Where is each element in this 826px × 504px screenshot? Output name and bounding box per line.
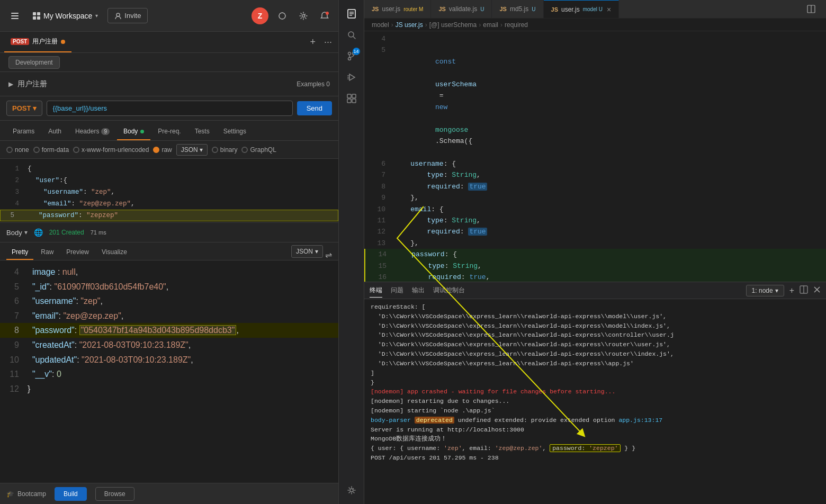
svg-point-14 [348,58,351,60]
terminal-tab-output[interactable]: 输出 [412,284,425,298]
tab-router-badge: router M [403,6,423,12]
terminal-add-button[interactable]: + [789,286,794,295]
activity-explorer-icon[interactable] [342,4,361,23]
browse-button[interactable]: Browse [95,487,134,501]
resp-line-12: 12 } [0,382,338,397]
terminal-split-button[interactable] [800,285,808,296]
sidebar-toggle-icon[interactable] [6,7,23,24]
wrap-icon[interactable]: ⇌ [325,250,332,260]
sync-icon[interactable] [275,8,290,23]
collapse-arrow-icon[interactable]: ▶ [8,80,13,88]
build-button[interactable]: Build [55,487,87,501]
workspace-switcher[interactable]: My Workspace ▾ [28,8,103,23]
tab-params[interactable]: Params [6,123,41,140]
activity-settings-icon[interactable] [342,481,361,500]
response-section: Body ▾ 🌐 201 Created 71 ms Pretty Raw Pr… [0,222,338,483]
response-body-editor: 4 image : null, 5 "_id": "610907ff03db61… [0,260,338,483]
response-format-label: JSON [296,248,313,255]
tab-body[interactable]: Body [117,123,150,140]
resp-tab-visualize[interactable]: Visualize [96,245,132,260]
activity-git-icon[interactable]: 14 [342,47,361,66]
tab-user-model-js-icon: JS [551,6,558,13]
tab-validate[interactable]: JS validate.js U [431,0,492,18]
activity-search-icon[interactable] [342,25,361,44]
tab-md5[interactable]: JS md5.js U [492,0,543,18]
tab-settings[interactable]: Settings [217,123,253,140]
t-line-3: 'D:\\CWork\\VSCodeSpace\\express_learn\\… [371,321,820,331]
radio-none[interactable]: none [6,146,29,154]
code-editor: 4 5 const userSchema = new mongoose .Sch… [364,31,826,282]
method-select-dropdown[interactable]: POST ▾ [6,101,42,116]
svg-rect-19 [347,94,351,98]
activity-extensions-icon[interactable] [342,89,361,108]
unsaved-dot [61,40,65,44]
resp-line-11: 11 "__v": 0 [0,367,338,382]
bc-email[interactable]: email [483,21,498,29]
editor-top-right-icons [802,0,826,18]
tab-user-router[interactable]: JS user.js router M [364,0,431,18]
svg-marker-15 [349,74,355,80]
request-tab-bar: POST 用户注册 + ··· [0,32,338,53]
bootcamp-icon: 🎓 [6,490,14,498]
resp-tab-preview[interactable]: Preview [61,245,94,260]
notification-icon[interactable] [317,8,332,23]
t-line-5: 'D:\\CWork\\VSCodeSpace\\express_learn\\… [371,340,820,349]
radio-form-data[interactable]: form-data [33,146,69,154]
resp-tab-pretty[interactable]: Pretty [6,245,33,260]
globe-icon: 🌐 [34,228,43,237]
editor-line-6: 6 username: { [364,158,826,169]
radio-binary[interactable]: binary [212,146,238,154]
terminal-node-dropdown[interactable]: 1: node ▾ [746,285,784,296]
body-dropdown[interactable]: Body ▾ [6,229,28,237]
radio-raw[interactable]: raw [153,146,172,154]
tab-auth[interactable]: Auth [42,123,68,140]
terminal-tab-debug[interactable]: 调试控制台 [433,284,465,298]
environment-select[interactable]: Development [8,56,60,69]
bc-required[interactable]: required [505,21,528,29]
split-editor-icon[interactable] [802,0,821,19]
tab-close-button[interactable]: × [607,5,611,14]
tab-prereq[interactable]: Pre-req. [151,123,187,140]
radio-graphql[interactable]: GraphQL [241,146,276,154]
terminal-tab-problems[interactable]: 问题 [391,284,403,298]
tab-tests[interactable]: Tests [188,123,216,140]
svg-rect-2 [11,18,19,19]
t-line-13: body-parser deprecated undefined extende… [371,416,820,425]
bc-user-js[interactable]: JS user.js [396,21,423,29]
terminal-tab-terminal[interactable]: 终端 [370,284,382,298]
radio-binary-dot [212,147,218,153]
t-line-15: MongoDB数据库连接成功！ [371,434,820,444]
url-input[interactable] [47,101,292,116]
resp-line-10: 10 "updatedAt": "2021-08-03T09:10:23.189… [0,353,338,367]
git-badge: 14 [353,48,360,55]
node-chevron-icon: ▾ [775,287,778,294]
tab-headers[interactable]: Headers9 [69,123,116,140]
resp-tab-raw[interactable]: Raw [35,245,59,260]
activity-debug-icon[interactable] [342,68,361,87]
tab-user-model[interactable]: JS user.js model U × [544,0,620,18]
t-line-11: [nodemon] restarting due to changes... [371,397,820,406]
t-line-9: } [371,378,820,388]
terminal-close-button[interactable] [813,286,821,295]
bc-model[interactable]: model [372,21,389,29]
t-line-7: 'D:\\CWork\\VSCodeSpace\\express_learn\\… [371,359,820,368]
settings-icon[interactable] [296,8,311,23]
method-badge: POST [11,38,29,45]
method-chevron-icon: ▾ [33,104,37,112]
bc-user-schema[interactable]: [@] userSchema [429,21,477,29]
bootcamp-button[interactable]: 🎓 Bootcamp [6,490,46,498]
avatar[interactable]: Z [252,7,268,24]
format-select-dropdown[interactable]: JSON ▾ [176,144,208,156]
request-name-row: ▶ 用户注册 Examples 0 [0,72,338,96]
more-tabs-button[interactable]: ··· [322,37,334,48]
examples-button[interactable]: Examples 0 [297,80,330,88]
resp-line-5: 5 "_id": "610907ff03db610d54fb7e40", [0,280,338,294]
invite-button[interactable]: Invite [107,8,148,23]
send-button[interactable]: Send [297,101,332,115]
request-tabs: Params Auth Headers9 Body Pre-req. Tests… [0,121,338,141]
editor-line-4: 4 [364,33,826,44]
request-tab-active[interactable]: POST 用户注册 [4,32,71,52]
radio-urlencoded[interactable]: x-www-form-urlencoded [73,146,149,154]
new-tab-button[interactable]: + [308,37,318,48]
response-format-dropdown[interactable]: JSON ▾ [291,245,323,258]
